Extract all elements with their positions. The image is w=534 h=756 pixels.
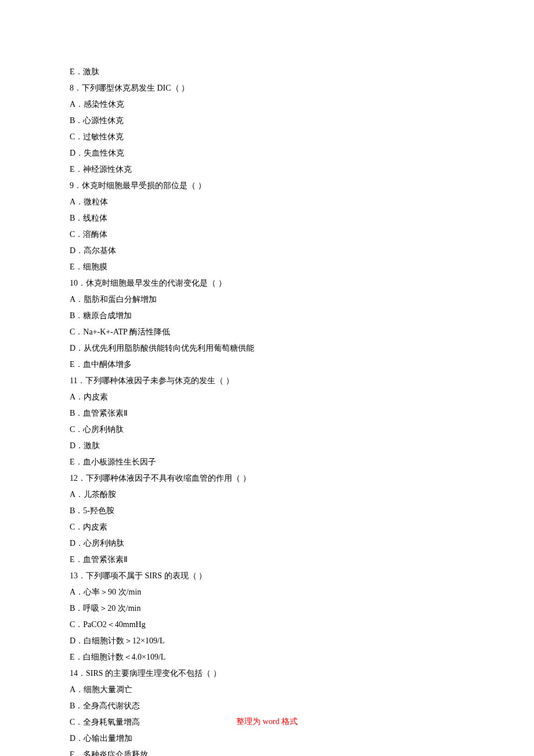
document-line: B．全身高代谢状态: [70, 698, 464, 714]
document-line: E．细胞膜: [70, 259, 464, 275]
document-line: 10．休克时细胞最早发生的代谢变化是（ ）: [70, 275, 464, 291]
document-line: D．心房利钠肽: [70, 535, 464, 552]
document-line: E．激肽: [70, 64, 464, 80]
document-line: E．血管紧张素Ⅱ: [70, 552, 464, 568]
document-line: 8．下列哪型休克易发生 DIC（ ）: [70, 80, 464, 96]
document-line: B．呼吸＞20 次/min: [70, 600, 464, 617]
document-line: B．糖原合成增加: [70, 308, 464, 324]
document-line: E．多种炎症介质释放: [70, 747, 464, 756]
document-line: D．激肽: [70, 438, 464, 454]
document-line: B．心源性休克: [70, 113, 464, 129]
document-line: C．溶酶体: [70, 226, 464, 243]
document-line: 14．SIRS 的主要病理生理变化不包括（ ）: [70, 665, 464, 682]
document-line: D．心输出量增加: [70, 730, 464, 747]
document-line: A．微粒体: [70, 194, 464, 210]
document-line: C．内皮素: [70, 519, 464, 535]
document-line: B．血管紧张素Ⅱ: [70, 405, 464, 422]
document-line: C．PaCO2＜40mmHg: [70, 617, 464, 633]
document-line: A．心率＞90 次/min: [70, 584, 464, 600]
document-line: D．失血性休克: [70, 145, 464, 161]
document-line: E．血中酮体增多: [70, 357, 464, 373]
document-line: B．线粒体: [70, 210, 464, 226]
document-line: 12．下列哪种体液因子不具有收缩血管的作用（ ）: [70, 470, 464, 487]
document-line: E．白细胞计数＜4.0×109/L: [70, 649, 464, 665]
document-line: A．内皮素: [70, 389, 464, 405]
document-line: 13．下列哪项不属于 SIRS 的表现（ ）: [70, 568, 464, 584]
document-line: E．血小板源性生长因子: [70, 454, 464, 470]
document-line: A．儿茶酚胺: [70, 487, 464, 503]
document-line: C．过敏性休克: [70, 129, 464, 145]
footer-text-1: 整理为: [236, 717, 261, 726]
document-line: A．细胞大量凋亡: [70, 682, 464, 698]
document-line: A．脂肪和蛋白分解增加: [70, 291, 464, 308]
document-content: E．激肽8．下列哪型休克易发生 DIC（ ）A．感染性休克B．心源性休克C．过敏…: [0, 0, 534, 756]
document-line: D．白细胞计数＞12×109/L: [70, 633, 464, 649]
document-line: C．Na+-K+-ATP 酶活性降低: [70, 324, 464, 340]
document-line: E．神经源性休克: [70, 161, 464, 178]
document-line: 11．下列哪种体液因子未参与休克的发生（ ）: [70, 373, 464, 389]
document-line: A．感染性休克: [70, 96, 464, 113]
document-line: 9．休克时细胞最早受损的部位是（ ）: [70, 178, 464, 194]
document-line: B．5-羟色胺: [70, 503, 464, 519]
document-line: C．心房利钠肽: [70, 422, 464, 438]
document-line: D．从优先利用脂肪酸供能转向优先利用葡萄糖供能: [70, 340, 464, 357]
footer-text-3: 格式: [282, 717, 298, 726]
footer-text-2: word: [261, 717, 282, 726]
document-line: D．高尔基体: [70, 243, 464, 259]
page-footer: 整理为 word 格式: [0, 717, 534, 727]
